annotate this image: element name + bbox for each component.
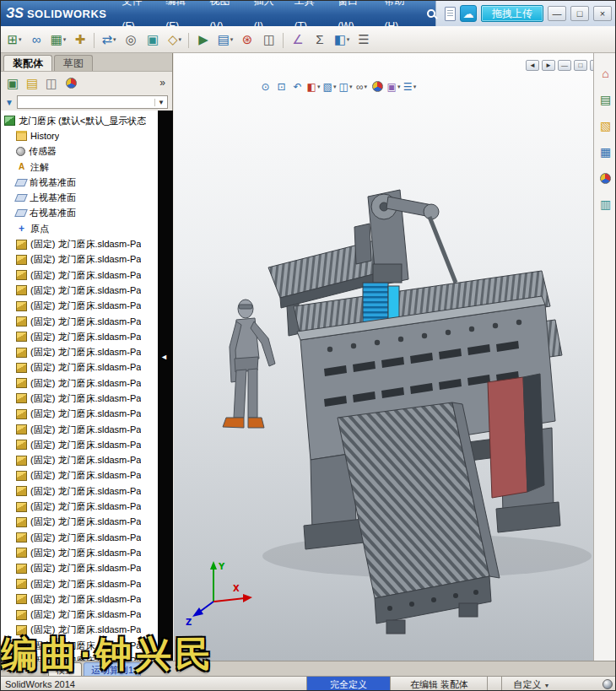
status-spacer: [489, 677, 502, 691]
insert-components-icon[interactable]: ⊞▾: [4, 30, 24, 50]
tree-component-row[interactable]: (固定) 龙门磨床.sldasm-Pa: [1, 638, 158, 653]
tree-item-0[interactable]: History: [1, 128, 158, 143]
document-icon[interactable]: [445, 7, 456, 21]
move-component-icon[interactable]: ⇄▾: [99, 30, 119, 50]
tree-component-row[interactable]: (固定) 龙门磨床.sldasm-Pa: [1, 499, 158, 514]
featuremanager-tab-icon[interactable]: ▣: [4, 74, 21, 91]
smart-fasteners-icon[interactable]: ✚: [70, 30, 90, 50]
close-button[interactable]: ×: [593, 6, 612, 21]
design-library-glyph: ▤: [600, 94, 611, 105]
filter-dropdown[interactable]: ▼: [17, 95, 168, 109]
section-tool-icon[interactable]: ◧▾: [332, 30, 352, 50]
tree-component-row[interactable]: (固定) 龙门磨床.sldasm-Pa: [1, 453, 158, 468]
tree-item-6[interactable]: +原点: [1, 221, 158, 236]
tree-component-row[interactable]: (固定) 龙门磨床.sldasm-Pa: [1, 545, 158, 560]
view-palette-icon[interactable]: ▦: [597, 143, 614, 160]
doc-prev-button[interactable]: ◄: [526, 60, 539, 71]
tab-motion-study[interactable]: 运动算例1: [84, 662, 141, 676]
component-icon: [16, 332, 27, 342]
dropdown-arrow-icon: ▾: [347, 36, 350, 43]
component-icon: [16, 640, 27, 651]
filter-funnel-icon[interactable]: ▼: [5, 98, 14, 107]
tree-component-row[interactable]: (固定) 龙门磨床.sldasm-Pa: [1, 283, 158, 298]
doc-restore-button[interactable]: □: [574, 60, 587, 71]
tree-component-row[interactable]: (固定) 龙门磨床.sldasm-Pa: [1, 329, 158, 344]
tree-item-1[interactable]: 传感器: [1, 144, 158, 159]
measure-glyph: ∠: [292, 33, 303, 46]
tree-component-row[interactable]: (固定) 龙门磨床.sldasm-Pa: [1, 360, 158, 375]
tab-assembly[interactable]: 装配体: [3, 55, 52, 71]
tree-component-row[interactable]: (固定) 龙门磨床.sldasm-Pa: [1, 437, 158, 452]
solidworks-window: ЗS SOLIDWORKS 文件(F)编辑(E)视图(V)插入(I)工具(T)窗…: [0, 0, 616, 691]
tree-component-row[interactable]: (固定) 龙门磨床.sldasm-Pa: [1, 607, 158, 623]
tree-component-row[interactable]: (固定) 龙门磨床.sldasm-Pa: [1, 391, 158, 406]
tree-component-row[interactable]: (固定) 龙门磨床.sldasm-Pa: [1, 591, 158, 607]
title-bar: ЗS SOLIDWORKS 文件(F)编辑(E)视图(V)插入(I)工具(T)窗…: [1, 1, 616, 26]
document-window-controls: ◄ ► — □ ×: [526, 60, 603, 71]
tree-component-row[interactable]: (固定) 龙门磨床.sldasm-Pa: [1, 407, 158, 422]
tree-component-row[interactable]: (固定) 龙门磨床.sldasm-Pa: [1, 314, 158, 329]
tree-component-row[interactable]: (固定) 龙门磨床.sldasm-Pa: [1, 623, 158, 638]
minimize-button[interactable]: —: [548, 6, 566, 21]
appearances-icon[interactable]: [597, 170, 614, 186]
tree-item-2[interactable]: A注解: [1, 159, 158, 175]
doc-next-button[interactable]: ►: [542, 60, 555, 71]
mass-properties-icon[interactable]: Σ: [310, 30, 330, 50]
mate-icon[interactable]: ∞: [26, 30, 46, 50]
interference-detection-icon[interactable]: ◫: [259, 30, 279, 50]
tree-component-row[interactable]: (固定) 龙门磨床.sldasm-Pa: [1, 561, 158, 576]
collapse-panel-arrow-icon[interactable]: ◄: [160, 353, 168, 361]
displaymanager-tab-icon[interactable]: [62, 74, 79, 91]
configurationmanager-tab-icon[interactable]: ◫: [43, 74, 60, 91]
solidworks-resources-icon[interactable]: ⌂: [597, 65, 614, 82]
custom-properties-icon[interactable]: ▥: [597, 196, 614, 213]
tree-component-row[interactable]: (固定) 龙门磨床.sldasm-Pa: [1, 344, 158, 359]
search-icon[interactable]: [427, 9, 435, 18]
tree-item-3[interactable]: 前视基准面: [1, 175, 158, 190]
tree-component-row[interactable]: (固定) 龙门磨床.sldasm-Pa: [1, 530, 158, 545]
options-icon[interactable]: ☰: [354, 30, 374, 50]
status-custom-dropdown[interactable]: 自定义▼: [504, 677, 559, 691]
tree-component-row[interactable]: (固定) 龙门磨床.sldasm-Pa: [1, 653, 158, 661]
tree-component-row[interactable]: (固定) 龙门磨床.sldasm-Pa: [1, 422, 158, 437]
bill-of-materials-icon[interactable]: ▤▾: [215, 30, 235, 50]
drag-upload-button[interactable]: 拖拽上传: [481, 5, 543, 22]
tree-item-label: 原点: [30, 223, 49, 235]
tree-item-4[interactable]: 上视基准面: [1, 190, 158, 205]
panel-splitter[interactable]: ◄: [158, 111, 173, 661]
exploded-view-icon[interactable]: ⊛: [237, 30, 257, 50]
tree-item-5[interactable]: 右视基准面: [1, 206, 158, 221]
tree-component-row[interactable]: (固定) 龙门磨床.sldasm-Pa: [1, 576, 158, 591]
cloud-upload-icon[interactable]: ☁: [460, 5, 477, 22]
tree-component-row[interactable]: (固定) 龙门磨床.sldasm-Pa: [1, 236, 158, 251]
measure-icon[interactable]: ∠: [288, 30, 308, 50]
tree-component-row[interactable]: (固定) 龙门磨床.sldasm-Pa: [1, 468, 158, 483]
linear-component-pattern-icon[interactable]: ▦▾: [48, 30, 68, 50]
tree-item-label: (固定) 龙门磨床.sldasm-Pa: [30, 377, 141, 390]
tree-component-row[interactable]: (固定) 龙门磨床.sldasm-Pa: [1, 375, 158, 391]
doc-minimize-button[interactable]: —: [558, 60, 571, 71]
sphere-icon[interactable]: [602, 679, 613, 689]
graphics-area[interactable]: Y X Z: [174, 53, 593, 661]
propertymanager-tab-icon[interactable]: ▤: [24, 74, 41, 91]
tree-component-row[interactable]: (固定) 龙门磨床.sldasm-Pa: [1, 267, 158, 283]
tree-component-row[interactable]: (固定) 龙门磨床.sldasm-Pa: [1, 299, 158, 314]
file-explorer-icon[interactable]: ▧: [597, 117, 614, 134]
reference-geometry-icon[interactable]: ◇▾: [165, 30, 185, 50]
tree-root[interactable]: 龙门磨床 (默认<默认_显示状态: [1, 113, 158, 128]
component-icon: [16, 532, 27, 543]
component-icon: [16, 610, 27, 620]
overflow-chevron-icon[interactable]: »: [156, 77, 169, 89]
tree-component-row[interactable]: (固定) 龙门磨床.sldasm-Pa: [1, 515, 158, 530]
maximize-button[interactable]: □: [570, 6, 589, 21]
assembly-features-icon[interactable]: ▣: [143, 30, 163, 50]
tab-sketch[interactable]: 草图: [54, 55, 93, 71]
design-library-icon[interactable]: ▤: [597, 91, 614, 108]
tree-component-row[interactable]: (固定) 龙门磨床.sldasm-Pa: [1, 252, 158, 267]
tree-item-label: (固定) 龙门磨床.sldasm-Pa: [30, 624, 141, 636]
tree-component-row[interactable]: (固定) 龙门磨床.sldasm-Pa: [1, 483, 158, 499]
new-motion-study-icon[interactable]: ▶: [193, 30, 213, 50]
tab-model[interactable]: 模型: [48, 662, 82, 676]
component-icon: [16, 378, 27, 388]
show-hidden-components-icon[interactable]: ◎: [121, 30, 141, 50]
